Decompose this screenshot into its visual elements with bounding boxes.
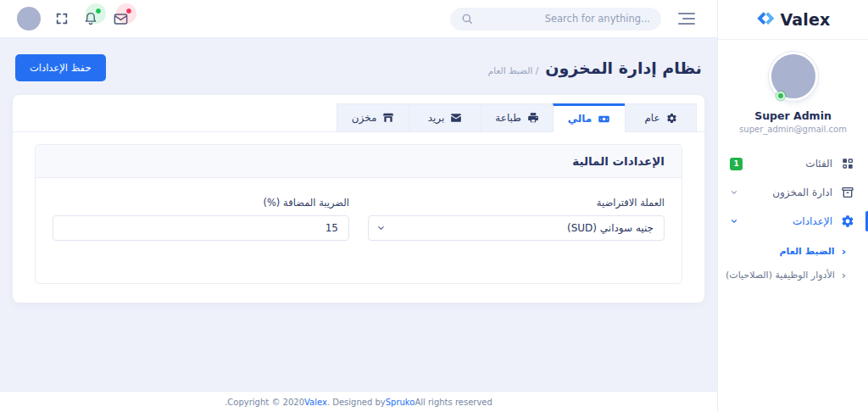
sidebar-item-label: الفئات — [743, 158, 832, 170]
rights-text: All rights reserved — [415, 398, 492, 407]
page-header: نظام إدارة المخزون / الضبط العام حفظ الإ… — [13, 53, 704, 82]
valex-admin-app: نظام إدارة المخزون / الضبط العام حفظ الإ… — [0, 0, 868, 412]
tab-mail[interactable]: بريد — [409, 103, 481, 132]
tab-print[interactable]: طباعة — [481, 103, 553, 132]
search-input[interactable] — [480, 13, 650, 25]
printer-icon — [527, 112, 539, 124]
settings-submenu: ‹ الضبط العام ‹ الأدوار الوظيفية (الصلاح… — [718, 239, 868, 287]
settings-card: عام مالي طباعة — [13, 95, 704, 303]
tab-financial[interactable]: مالي — [553, 103, 625, 132]
online-status-dot — [776, 92, 785, 100]
save-settings-button[interactable]: حفظ الإعدادات — [15, 54, 106, 81]
notifications-bell-icon[interactable] — [83, 11, 98, 26]
tab-label: مالي — [568, 113, 593, 125]
chevron-left-icon: ‹ — [842, 246, 846, 257]
notification-dot — [95, 8, 102, 14]
tab-label: بريد — [428, 112, 445, 124]
default-currency-label: العملة الافتراضية — [368, 197, 665, 209]
grid-categories-icon — [841, 157, 854, 170]
envelope-icon — [450, 112, 462, 124]
tab-label: مخزن — [352, 112, 377, 124]
header-user-avatar[interactable] — [17, 7, 41, 31]
settings-tabs: عام مالي طباعة — [13, 103, 704, 132]
sidebar-item-categories[interactable]: الفئات 1 — [718, 149, 868, 178]
messages-mail-icon[interactable] — [113, 11, 129, 27]
brand-logo[interactable]: Valex — [718, 0, 868, 40]
spruko-link[interactable]: Spruko — [386, 398, 415, 407]
tab-label: طباعة — [495, 112, 520, 124]
vat-tax-input[interactable] — [53, 215, 349, 241]
search-icon — [461, 13, 473, 25]
tab-warehouse[interactable]: مخزن — [337, 103, 409, 132]
brand-name: Valex — [780, 10, 830, 29]
money-bill-icon — [598, 113, 610, 125]
default-currency-select[interactable]: جنيه سوداني (SUD) — [368, 215, 665, 241]
store-icon — [382, 112, 394, 124]
gear-icon — [841, 214, 854, 228]
message-dot — [125, 8, 132, 14]
user-name: Super Admin — [718, 109, 868, 122]
fullscreen-icon[interactable] — [55, 12, 69, 25]
search-bar[interactable] — [450, 8, 661, 31]
categories-count-badge: 1 — [730, 158, 743, 170]
gear-icon — [666, 113, 677, 124]
section-title: الإعدادات المالية — [36, 145, 682, 178]
default-currency-field: العملة الافتراضية جنيه سوداني (SUD) — [368, 197, 665, 241]
sidebar-item-label: ادارة المخزون — [738, 187, 832, 198]
tab-label: عام — [644, 112, 659, 124]
top-bar — [0, 0, 717, 38]
profile-avatar[interactable] — [769, 52, 818, 101]
title-breadcrumb-group: نظام إدارة المخزون / الضبط العام — [488, 58, 702, 77]
chevron-down-icon — [730, 188, 738, 197]
menu-toggle-icon[interactable] — [678, 13, 695, 25]
financial-settings-section: الإعدادات المالية العملة الافتراضية جنيه… — [35, 144, 682, 284]
submenu-item-general-settings[interactable]: ‹ الضبط العام — [718, 239, 868, 263]
chevron-left-icon: ‹ — [842, 270, 846, 281]
vat-tax-label: الضريبة المضافة (%) — [53, 197, 349, 209]
sidebar-item-inventory[interactable]: ادارة المخزون — [718, 178, 868, 207]
designed-by-text: . Designed by — [327, 398, 386, 407]
tab-general[interactable]: عام — [625, 103, 697, 132]
sidebar-menu: الفئات 1 ادارة المخزون الإعدادات — [718, 149, 868, 287]
section-form: العملة الافتراضية جنيه سوداني (SUD) — [36, 178, 682, 283]
breadcrumb[interactable]: / الضبط العام — [488, 65, 538, 75]
copyright-text: .Copyright © 2020 — [225, 398, 304, 407]
user-email: super_admin@gmail.com — [718, 125, 868, 134]
submenu-item-label: الضبط العام — [780, 246, 835, 257]
user-profile: Super Admin super_admin@gmail.com — [718, 40, 868, 141]
archive-box-icon — [841, 186, 854, 199]
sidebar-item-settings[interactable]: الإعدادات — [718, 207, 868, 236]
chevron-down-icon — [730, 217, 738, 225]
submenu-item-label: الأدوار الوظيفية (الصلاحيات) — [726, 270, 835, 281]
main-area: نظام إدارة المخزون / الضبط العام حفظ الإ… — [0, 0, 717, 412]
vat-tax-field: الضريبة المضافة (%) — [53, 197, 349, 241]
valex-link[interactable]: Valex — [304, 398, 327, 407]
page-content: نظام إدارة المخزون / الضبط العام حفظ الإ… — [0, 38, 717, 391]
page-footer: .Copyright © 2020 Valex . Designed by Sp… — [0, 391, 717, 412]
valex-logo-icon — [755, 10, 774, 29]
submenu-item-roles-permissions[interactable]: ‹ الأدوار الوظيفية (الصلاحيات) — [718, 263, 868, 287]
sidebar-item-label: الإعدادات — [738, 215, 832, 227]
right-sidebar: Valex Super Admin super_admin@gmail.com … — [717, 0, 868, 412]
page-title: نظام إدارة المخزون — [545, 58, 702, 77]
